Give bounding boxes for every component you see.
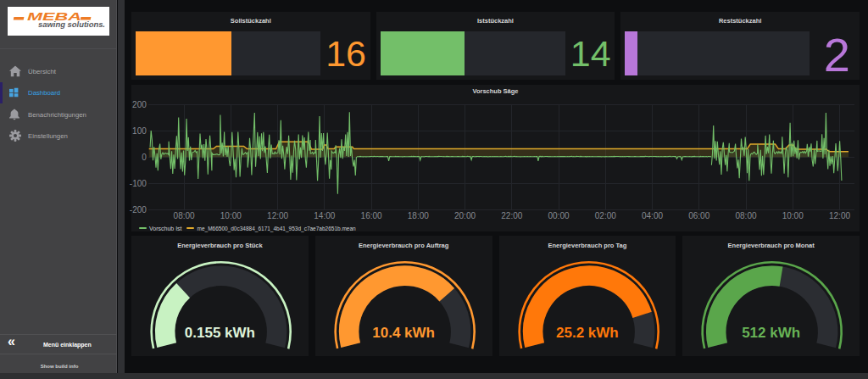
svg-text:12:00: 12:00 bbox=[267, 211, 288, 220]
svg-text:22:00: 22:00 bbox=[501, 211, 522, 220]
svg-text:10:00: 10:00 bbox=[782, 211, 804, 220]
svg-text:200: 200 bbox=[132, 100, 147, 109]
svg-text:02:00: 02:00 bbox=[595, 211, 616, 220]
svg-text:0: 0 bbox=[142, 153, 147, 162]
svg-text:sawing solutions.: sawing solutions. bbox=[38, 20, 105, 29]
svg-text:18:00: 18:00 bbox=[408, 211, 429, 220]
svg-text:12:00: 12:00 bbox=[829, 211, 850, 220]
svg-text:-100: -100 bbox=[130, 179, 147, 188]
svg-text:06:00: 06:00 bbox=[688, 211, 709, 220]
svg-text:00:00: 00:00 bbox=[548, 211, 569, 220]
svg-text:20:00: 20:00 bbox=[454, 211, 476, 220]
svg-text:-200: -200 bbox=[130, 205, 147, 215]
svg-text:14:00: 14:00 bbox=[314, 211, 335, 220]
svg-text:04:00: 04:00 bbox=[642, 211, 663, 220]
svg-text:08:00: 08:00 bbox=[174, 211, 195, 220]
svg-text:10:00: 10:00 bbox=[220, 211, 242, 220]
svg-text:16:00: 16:00 bbox=[361, 211, 382, 220]
svg-text:100: 100 bbox=[132, 126, 147, 136]
svg-text:08:00: 08:00 bbox=[735, 211, 756, 220]
